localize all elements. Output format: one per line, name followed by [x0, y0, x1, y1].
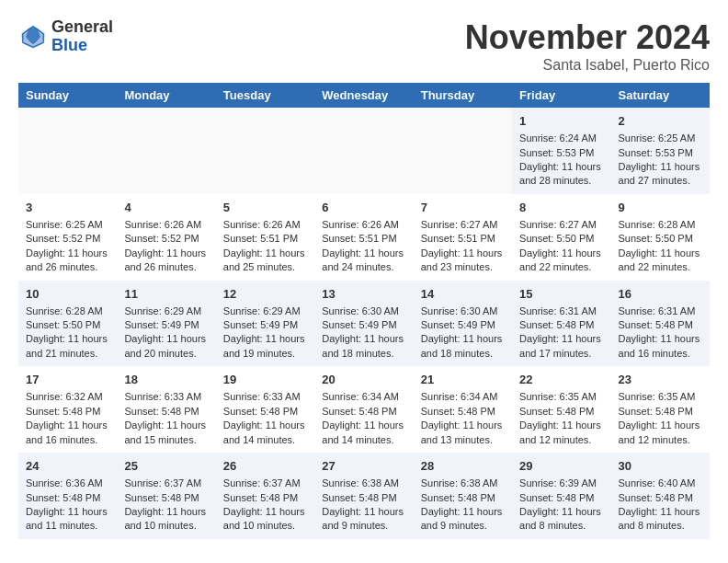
cell-info: Daylight: 11 hours and 22 minutes.	[519, 247, 603, 275]
week-row-3: 10Sunrise: 6:28 AMSunset: 5:50 PMDayligh…	[18, 281, 710, 367]
cell-info: Sunset: 5:48 PM	[421, 491, 505, 505]
page-header: General Blue November 2024 Santa Isabel,…	[18, 18, 710, 74]
cell-info: Sunset: 5:48 PM	[519, 318, 603, 332]
calendar-cell: 15Sunrise: 6:31 AMSunset: 5:48 PMDayligh…	[512, 281, 610, 367]
cell-info: Sunset: 5:50 PM	[26, 318, 109, 332]
day-number: 28	[421, 458, 505, 475]
day-number: 14	[421, 286, 505, 303]
cell-info: Sunset: 5:49 PM	[421, 318, 505, 332]
week-row-4: 17Sunrise: 6:32 AMSunset: 5:48 PMDayligh…	[18, 366, 710, 453]
calendar-cell	[414, 108, 512, 194]
day-number: 29	[519, 458, 603, 475]
day-number: 21	[421, 372, 505, 388]
cell-info: Daylight: 11 hours and 16 minutes.	[26, 419, 109, 447]
cell-info: Sunrise: 6:30 AM	[421, 304, 505, 318]
cell-info: Sunrise: 6:31 AM	[619, 304, 702, 318]
day-number: 12	[223, 286, 307, 303]
day-number: 10	[26, 286, 109, 303]
cell-info: Sunrise: 6:26 AM	[223, 218, 307, 232]
header-day-saturday: Saturday	[611, 83, 710, 108]
calendar-cell	[117, 108, 215, 194]
cell-info: Sunset: 5:48 PM	[619, 491, 702, 505]
cell-info: Sunset: 5:52 PM	[26, 232, 109, 246]
cell-info: Sunset: 5:48 PM	[124, 405, 208, 419]
cell-info: Sunset: 5:53 PM	[619, 146, 702, 160]
location: Santa Isabel, Puerto Rico	[465, 57, 710, 74]
cell-info: Daylight: 11 hours and 27 minutes.	[619, 160, 702, 189]
week-row-2: 3Sunrise: 6:25 AMSunset: 5:52 PMDaylight…	[18, 194, 710, 281]
calendar-cell: 6Sunrise: 6:26 AMSunset: 5:51 PMDaylight…	[314, 194, 413, 281]
cell-info: Daylight: 11 hours and 14 minutes.	[223, 419, 307, 447]
day-number: 15	[519, 286, 603, 303]
cell-info: Daylight: 11 hours and 21 minutes.	[26, 332, 109, 361]
cell-info: Sunset: 5:48 PM	[322, 491, 405, 505]
cell-info: Sunset: 5:49 PM	[124, 318, 208, 332]
header-day-monday: Monday	[117, 83, 215, 108]
cell-info: Sunrise: 6:34 AM	[421, 390, 505, 404]
calendar-cell: 28Sunrise: 6:38 AMSunset: 5:48 PMDayligh…	[414, 453, 512, 539]
day-number: 30	[619, 458, 702, 475]
cell-info: Sunrise: 6:28 AM	[619, 218, 702, 232]
header-day-wednesday: Wednesday	[314, 83, 413, 108]
day-number: 23	[619, 372, 702, 388]
cell-info: Daylight: 11 hours and 18 minutes.	[421, 332, 505, 361]
header-day-tuesday: Tuesday	[216, 83, 314, 108]
cell-info: Sunrise: 6:25 AM	[26, 218, 109, 232]
calendar-cell: 3Sunrise: 6:25 AMSunset: 5:52 PMDaylight…	[18, 194, 117, 281]
calendar-cell	[216, 108, 314, 194]
calendar-cell: 22Sunrise: 6:35 AMSunset: 5:48 PMDayligh…	[512, 366, 610, 453]
cell-info: Sunset: 5:48 PM	[223, 405, 307, 419]
calendar-cell	[314, 108, 413, 194]
day-number: 20	[322, 372, 405, 388]
cell-info: Daylight: 11 hours and 14 minutes.	[322, 419, 405, 447]
logo-icon	[18, 22, 48, 52]
cell-info: Sunset: 5:48 PM	[519, 491, 603, 505]
day-number: 4	[124, 200, 208, 216]
cell-info: Sunset: 5:48 PM	[223, 491, 307, 505]
day-number: 25	[124, 458, 208, 475]
calendar-cell: 17Sunrise: 6:32 AMSunset: 5:48 PMDayligh…	[18, 366, 117, 453]
day-number: 13	[322, 286, 405, 303]
cell-info: Daylight: 11 hours and 12 minutes.	[619, 419, 702, 447]
calendar-cell: 13Sunrise: 6:30 AMSunset: 5:49 PMDayligh…	[314, 281, 413, 367]
cell-info: Sunrise: 6:25 AM	[619, 132, 702, 145]
cell-info: Daylight: 11 hours and 10 minutes.	[124, 505, 208, 534]
cell-info: Daylight: 11 hours and 25 minutes.	[223, 247, 307, 275]
cell-info: Sunrise: 6:31 AM	[519, 304, 603, 318]
day-number: 7	[421, 200, 505, 216]
cell-info: Sunset: 5:48 PM	[124, 491, 208, 505]
calendar-header-row: SundayMondayTuesdayWednesdayThursdayFrid…	[18, 83, 710, 108]
cell-info: Daylight: 11 hours and 13 minutes.	[421, 419, 505, 447]
day-number: 3	[26, 200, 109, 216]
cell-info: Sunset: 5:48 PM	[26, 491, 109, 505]
cell-info: Sunrise: 6:38 AM	[421, 477, 505, 490]
cell-info: Daylight: 11 hours and 15 minutes.	[124, 419, 208, 447]
cell-info: Daylight: 11 hours and 12 minutes.	[519, 419, 603, 447]
cell-info: Sunrise: 6:35 AM	[519, 390, 603, 404]
cell-info: Sunrise: 6:27 AM	[519, 218, 603, 232]
day-number: 8	[519, 200, 603, 216]
cell-info: Daylight: 11 hours and 17 minutes.	[519, 332, 603, 361]
cell-info: Daylight: 11 hours and 18 minutes.	[322, 332, 405, 361]
cell-info: Sunrise: 6:29 AM	[124, 304, 208, 318]
cell-info: Sunset: 5:48 PM	[421, 405, 505, 419]
cell-info: Sunset: 5:48 PM	[322, 405, 405, 419]
day-number: 22	[519, 372, 603, 388]
cell-info: Sunset: 5:51 PM	[322, 232, 405, 246]
cell-info: Daylight: 11 hours and 11 minutes.	[26, 505, 109, 534]
cell-info: Daylight: 11 hours and 10 minutes.	[223, 505, 307, 534]
week-row-5: 24Sunrise: 6:36 AMSunset: 5:48 PMDayligh…	[18, 453, 710, 539]
cell-info: Sunset: 5:51 PM	[223, 232, 307, 246]
day-number: 24	[26, 458, 109, 475]
calendar-cell	[18, 108, 117, 194]
cell-info: Sunrise: 6:27 AM	[421, 218, 505, 232]
day-number: 16	[619, 286, 702, 303]
cell-info: Daylight: 11 hours and 16 minutes.	[619, 332, 702, 361]
cell-info: Sunrise: 6:37 AM	[124, 477, 208, 490]
week-row-1: 1Sunrise: 6:24 AMSunset: 5:53 PMDaylight…	[18, 108, 710, 194]
calendar-cell: 14Sunrise: 6:30 AMSunset: 5:49 PMDayligh…	[414, 281, 512, 367]
calendar-cell: 26Sunrise: 6:37 AMSunset: 5:48 PMDayligh…	[216, 453, 314, 539]
cell-info: Sunrise: 6:24 AM	[519, 132, 603, 145]
cell-info: Sunset: 5:49 PM	[322, 318, 405, 332]
calendar-cell: 11Sunrise: 6:29 AMSunset: 5:49 PMDayligh…	[117, 281, 215, 367]
